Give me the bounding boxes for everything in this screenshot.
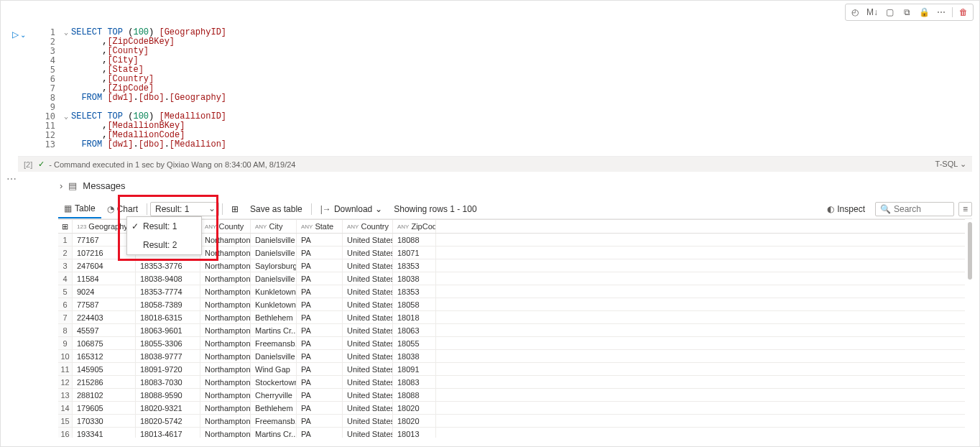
table-row[interactable]: 67758718058-7389NorthamptonKunkletownPAU… [58, 298, 965, 311]
cell[interactable]: 288102 [73, 389, 136, 401]
cell[interactable]: 18088 [393, 234, 436, 246]
column-header[interactable]: ANYState [297, 220, 343, 233]
row-number[interactable]: 2 [58, 246, 73, 259]
cell[interactable]: Bethlehem [251, 311, 297, 323]
cell[interactable]: 18063-9601 [136, 324, 200, 336]
row-number[interactable]: 5 [58, 285, 73, 298]
cell[interactable]: PA [297, 246, 343, 259]
cell[interactable]: Bethlehem [251, 402, 297, 414]
cell[interactable]: 18083 [393, 376, 436, 388]
cell[interactable]: Northampton [200, 272, 251, 285]
table-row[interactable]: 324760418353-3776NorthamptonSaylorsburgP… [58, 259, 965, 272]
delete-icon[interactable]: 🗑 [957, 6, 970, 19]
cell[interactable]: United States [343, 376, 393, 388]
cell[interactable]: 18091 [393, 363, 436, 375]
cell[interactable]: 170330 [73, 415, 136, 427]
table-row[interactable]: 1517033018020-5742NorthamptonFreemansb..… [58, 415, 965, 428]
cell[interactable]: 9024 [73, 285, 136, 298]
cell[interactable]: 179605 [73, 402, 136, 414]
row-number[interactable]: 3 [58, 259, 73, 272]
cell[interactable]: 18353-3776 [136, 259, 200, 272]
cell[interactable]: 18058-7389 [136, 298, 200, 310]
cell[interactable]: 18013 [393, 428, 436, 438]
result-option-1[interactable]: Result: 1 [127, 217, 201, 236]
cell[interactable]: PA [297, 389, 343, 401]
result-option-2[interactable]: Result: 2 [127, 236, 201, 254]
cell[interactable]: PA [297, 337, 343, 349]
row-number[interactable]: 6 [58, 298, 73, 310]
cell[interactable]: PA [297, 402, 343, 414]
cell[interactable]: United States [343, 272, 393, 285]
cell[interactable]: United States [343, 246, 393, 259]
search-input[interactable] [894, 204, 944, 214]
cell[interactable]: United States [343, 350, 393, 362]
cell[interactable]: United States [343, 234, 393, 246]
cell[interactable]: United States [343, 402, 393, 414]
cell[interactable]: 18353-7774 [136, 285, 200, 298]
cell[interactable]: Kunkletown [251, 285, 297, 298]
cell[interactable]: 18063 [393, 324, 436, 336]
cell[interactable]: Northampton [200, 259, 251, 272]
cell[interactable]: 45597 [73, 324, 136, 336]
lock-icon[interactable]: 🔒 [917, 6, 930, 19]
cell[interactable]: Northampton [200, 298, 251, 310]
cell[interactable]: Northampton [200, 234, 251, 246]
vertical-scrollbar[interactable] [968, 222, 972, 280]
table-row[interactable]: 5902418353-7774NorthamptonKunkletownPAUn… [58, 285, 965, 298]
cell[interactable]: Danielsville [251, 350, 297, 362]
cell[interactable]: 18020 [393, 415, 436, 427]
row-number[interactable]: 13 [58, 389, 73, 401]
row-number[interactable]: 11 [58, 363, 73, 375]
cell[interactable]: 11584 [73, 272, 136, 285]
cell[interactable]: United States [343, 415, 393, 427]
row-number[interactable]: 12 [58, 376, 73, 388]
cell[interactable]: 106875 [73, 337, 136, 349]
add-button[interactable]: ⊞ [226, 199, 244, 218]
cell[interactable]: Danielsville [251, 234, 297, 246]
cell[interactable]: PA [297, 350, 343, 362]
chart-view-button[interactable]: ◔ Chart [101, 199, 144, 218]
cell[interactable]: 145905 [73, 363, 136, 375]
cell[interactable]: 18058 [393, 298, 436, 310]
cell[interactable]: 18018 [393, 311, 436, 323]
cell[interactable]: Martins Cr... [251, 428, 297, 438]
chevron-right-icon[interactable]: › [60, 180, 63, 191]
column-header[interactable]: ANYCounty [200, 220, 251, 233]
run-button[interactable]: ▷ [12, 29, 19, 40]
cell[interactable]: 18038 [393, 272, 436, 285]
cell[interactable]: Freemansb... [251, 415, 297, 427]
cell[interactable]: 18038 [393, 350, 436, 362]
column-header[interactable]: ANYCity [251, 220, 297, 233]
table-row[interactable]: 41158418038-9408NorthamptonDanielsvilleP… [58, 272, 965, 285]
cell[interactable]: PA [297, 234, 343, 246]
cell[interactable]: 77587 [73, 298, 136, 310]
table-row[interactable]: 1114590518091-9720NorthamptonWind GapPAU… [58, 363, 965, 376]
search-box[interactable]: 🔍 [875, 202, 954, 216]
cell[interactable]: Northampton [200, 402, 251, 414]
cell[interactable]: 18055-3306 [136, 337, 200, 349]
cell[interactable]: United States [343, 389, 393, 401]
messages-section[interactable]: › ▤ Messages [60, 180, 126, 191]
cell[interactable]: Danielsville [251, 246, 297, 259]
cell[interactable]: 18038-9777 [136, 350, 200, 362]
cell[interactable]: PA [297, 363, 343, 375]
table-row[interactable]: 1328810218088-9590NorthamptonCherryville… [58, 389, 965, 402]
cell[interactable]: Kunkletown [251, 298, 297, 310]
cell[interactable]: 224403 [73, 311, 136, 323]
cell[interactable]: PA [297, 259, 343, 272]
inspect-button[interactable]: ◐ Inspect [821, 204, 871, 214]
cell[interactable]: 18020 [393, 402, 436, 414]
cell[interactable]: PA [297, 415, 343, 427]
cell[interactable]: Saylorsburg [251, 259, 297, 272]
row-number[interactable]: 4 [58, 272, 73, 285]
cell[interactable]: 18038-9408 [136, 272, 200, 285]
table-view-button[interactable]: ▦ Table [58, 199, 101, 218]
cell[interactable]: PA [297, 272, 343, 285]
row-number[interactable]: 9 [58, 337, 73, 349]
cell[interactable]: 18091-9720 [136, 363, 200, 375]
language-label[interactable]: T-SQL ⌄ [935, 160, 966, 169]
cell[interactable]: Northampton [200, 246, 251, 259]
cell[interactable]: Freemansb... [251, 337, 297, 349]
markdown-toggle[interactable]: M↓ [866, 6, 879, 19]
row-number[interactable]: 15 [58, 415, 73, 427]
